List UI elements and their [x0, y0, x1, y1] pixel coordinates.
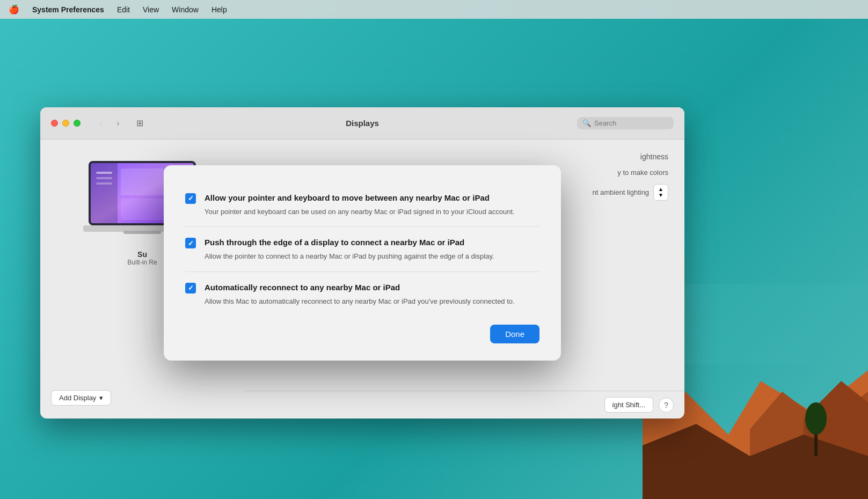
- modal-footer: Done: [185, 325, 539, 343]
- modal-item-1-desc: Your pointer and keyboard can be used on…: [205, 207, 539, 217]
- modal-item-3-desc: Allow this Mac to automatically reconnec…: [205, 296, 539, 307]
- window-menu[interactable]: Window: [172, 5, 199, 14]
- checkmark-3-icon: ✓: [188, 284, 194, 291]
- checkbox-2[interactable]: ✓: [185, 238, 196, 248]
- view-menu[interactable]: View: [143, 5, 159, 14]
- checkbox-3-wrapper: ✓: [185, 283, 196, 307]
- checkbox-2-wrapper: ✓: [185, 238, 196, 262]
- edit-menu[interactable]: Edit: [117, 5, 130, 14]
- checkbox-1-wrapper: ✓: [185, 193, 196, 217]
- modal-item-2-desc: Allow the pointer to connect to a nearby…: [205, 251, 539, 262]
- modal-item-3-content: Automatically reconnect to any nearby Ma…: [205, 282, 539, 307]
- modal-dialog: ✓ Allow your pointer and keyboard to mov…: [164, 165, 561, 361]
- modal-item-3: ✓ Automatically reconnect to any nearby …: [185, 274, 539, 314]
- apple-icon[interactable]: 🍎: [9, 4, 19, 14]
- checkbox-1[interactable]: ✓: [185, 193, 196, 204]
- menubar: 🍎 System Preferences Edit View Window He…: [0, 0, 868, 19]
- modal-overlay: ✓ Allow your pointer and keyboard to mov…: [40, 107, 684, 419]
- checkmark-1-icon: ✓: [188, 195, 194, 202]
- app-name: System Preferences: [32, 5, 104, 14]
- modal-item-1-content: Allow your pointer and keyboard to move …: [205, 192, 539, 217]
- modal-item-3-title: Automatically reconnect to any nearby Ma…: [205, 282, 539, 293]
- checkmark-2-icon: ✓: [188, 240, 194, 247]
- modal-item-1-title: Allow your pointer and keyboard to move …: [205, 192, 539, 203]
- done-button[interactable]: Done: [490, 325, 539, 343]
- divider-2: [185, 271, 539, 272]
- help-menu[interactable]: Help: [211, 5, 227, 14]
- modal-item-2: ✓ Push through the edge of a display to …: [185, 229, 539, 269]
- modal-item-2-title: Push through the edge of a display to co…: [205, 237, 539, 248]
- modal-item-2-content: Push through the edge of a display to co…: [205, 237, 539, 262]
- modal-item-1: ✓ Allow your pointer and keyboard to mov…: [185, 185, 539, 225]
- checkbox-3[interactable]: ✓: [185, 283, 196, 293]
- svg-point-5: [805, 402, 827, 435]
- divider-1: [185, 226, 539, 227]
- preferences-window: ‹ › ⊞ Displays 🔍: [40, 107, 684, 419]
